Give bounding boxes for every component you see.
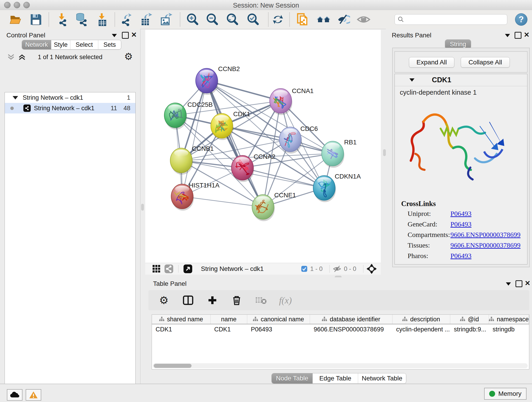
zoom-selected-icon[interactable] [246,13,260,26]
table-cell[interactable]: CDK1 [152,326,210,333]
export-network-icon[interactable] [120,13,133,26]
zoom-fit-icon[interactable] [225,13,239,26]
table-panel-menu-icon[interactable] [506,282,511,286]
table-tab-node-table[interactable]: Node Table [272,373,313,383]
zoom-out-icon[interactable] [205,13,219,26]
table-cell[interactable]: cyclin-dependent ... [393,326,450,333]
fit-selected-icon[interactable] [182,263,194,275]
cloud-status-button[interactable] [7,389,22,401]
tab-string[interactable]: String [445,40,471,49]
delete-column-icon[interactable] [230,294,243,306]
control-tab-style[interactable]: Style [51,40,70,49]
table-cell[interactable]: CDK1 [210,326,247,333]
search-box[interactable] [394,14,507,25]
network-options-gear-icon[interactable]: ⚙ [124,51,133,62]
network-node-ccnb1[interactable]: CCNB1 [170,145,214,175]
add-column-icon[interactable] [206,294,219,306]
column-header-canonical-name[interactable]: canonical name [247,315,310,324]
network-canvas[interactable]: CCNB2CCNA1CDC25BCDK1CDC6RB1CCNB1CCNA2CDK… [145,30,381,263]
column-header-database-identifier[interactable]: database identifier [310,315,393,324]
export-table-icon[interactable] [139,13,153,26]
toolbar-divider [289,12,290,27]
zoom-in-icon[interactable] [186,13,199,26]
collection-expander-icon[interactable] [13,96,18,99]
network-share-icon[interactable] [163,263,175,275]
function-builder-icon[interactable]: f(x) [279,294,292,306]
crosslink-value-link[interactable]: 9606.ENSP00000378699 [450,231,520,239]
results-panel-close-icon[interactable]: ✕ [524,31,530,39]
refresh-layout-icon[interactable] [271,13,285,26]
crosslink-label: Pharos: [408,252,428,259]
birdseye-navigator-icon[interactable] [367,264,377,274]
table-gear-icon[interactable]: ⚙ [158,294,170,306]
collapse-all-button[interactable]: Collapse All [461,57,510,68]
results-panel-float-icon[interactable] [515,32,521,39]
table-cell[interactable]: stringdb:9... [450,326,489,333]
column-header-label: canonical name [261,316,304,323]
export-image-icon[interactable] [159,13,173,26]
import-database-icon[interactable] [75,13,88,26]
network-node-hist1h1a[interactable]: HIST1H1A [171,182,220,211]
network-edge[interactable] [182,196,263,207]
hide-unselected-icon[interactable] [336,13,350,26]
table-panel-close-icon[interactable]: ✕ [525,279,530,287]
column-header-shared-name[interactable]: shared name [152,315,210,324]
table-tab-network-table[interactable]: Network Table [358,373,406,383]
import-table-icon[interactable] [95,13,109,26]
selected-checkbox-icon[interactable] [301,266,307,272]
crosslink-value-link[interactable]: P06493 [450,210,472,217]
duplicate-network-icon[interactable] [296,13,310,26]
crosslink-value-link[interactable]: P06493 [450,252,472,260]
memory-button[interactable]: Memory [484,388,526,400]
column-header-description[interactable]: description [393,315,450,324]
search-input[interactable] [404,16,501,23]
control-tab-sets[interactable]: Sets [98,40,121,49]
open-session-icon[interactable] [9,13,22,26]
table-cell[interactable]: stringdb [489,326,529,333]
save-session-icon[interactable] [29,13,43,26]
control-tab-network[interactable]: Network [22,40,51,49]
table-row[interactable]: CDK1CDK1P064939606.ENSP00000378699cyclin… [152,324,529,334]
scrollbar-thumb[interactable] [154,364,191,368]
table-cell[interactable]: P06493 [247,326,310,333]
table-panel-float-icon[interactable] [515,280,522,287]
control-panel-menu-icon[interactable] [112,34,117,37]
network-graph[interactable]: CCNB2CCNA1CDC25BCDK1CDC6RB1CCNB1CCNA2CDK… [145,30,381,263]
hidden-eye-icon[interactable] [333,265,341,273]
left-splitter-handle[interactable] [141,204,144,211]
grid-mode-icon[interactable] [150,263,163,275]
right-splitter-handle[interactable] [383,149,386,156]
network-node-ccne1[interactable]: CCNE1 [252,191,296,221]
network-node-cdkn1a[interactable]: CDKN1A [313,173,361,202]
expand-all-button[interactable]: Expand All [409,57,454,68]
network-row[interactable]: String Network – cdk1 11 48 [5,103,135,114]
table-horizontal-scrollbar[interactable] [153,363,528,368]
string-home-icon[interactable] [317,13,330,26]
column-chooser-icon[interactable] [182,294,194,306]
column-header--id[interactable]: @id [450,315,489,324]
control-panel-float-icon[interactable] [122,32,129,39]
crosslink-value-link[interactable]: 9606.ENSP00000378699 [450,241,520,249]
results-panel-menu-icon[interactable] [505,34,510,37]
crosslink-value-link[interactable]: P06493 [450,220,472,228]
result-card-header[interactable]: CDK1 [395,74,527,86]
network-node-cdk1[interactable]: CDK1 [211,110,250,140]
network-collection-row[interactable]: String Network – cdk1 1 [5,92,135,103]
network-node-cdc6[interactable]: CDC6 [279,125,318,153]
warning-status-button[interactable] [26,389,41,401]
control-tab-select[interactable]: Select [70,40,98,49]
network-edge[interactable] [182,81,207,196]
control-panel-close-icon[interactable]: ✕ [131,31,137,39]
crosslink-label: Tissues: [408,241,430,249]
delete-table-icon[interactable] [255,294,267,306]
table-tab-edge-table[interactable]: Edge Table [313,373,358,383]
show-all-icon[interactable] [357,13,370,26]
network-node-ccna1[interactable]: CCNA1 [270,87,314,115]
column-header-name[interactable]: name [210,315,247,324]
table-cell[interactable]: 9606.ENSP00000378699 [310,326,393,333]
import-network-icon[interactable] [56,13,69,26]
column-header-namespace[interactable]: namespace [489,315,529,324]
help-button[interactable]: ? [515,13,527,26]
network-node-rb1[interactable]: RB1 [322,139,356,168]
result-expander-icon[interactable] [409,78,414,82]
